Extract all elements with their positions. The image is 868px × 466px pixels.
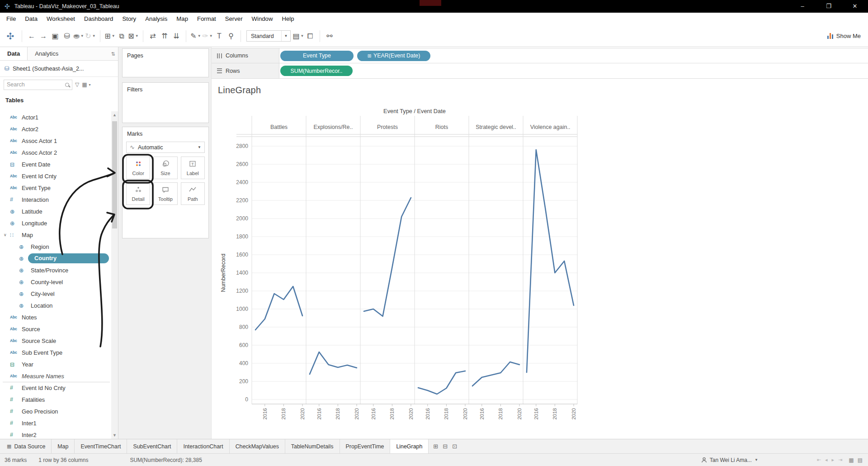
detail-button[interactable]: Detail — [126, 182, 150, 205]
tab-analytics[interactable]: Analytics — [28, 47, 108, 60]
datasource-item[interactable]: ⛁ Sheet1 (Southeast-Asia_2... — [0, 61, 118, 77]
show-me-button[interactable]: Show Me — [827, 33, 861, 39]
menu-map[interactable]: Map — [172, 13, 193, 25]
show-filmstrip-icon[interactable]: ▤ — [858, 457, 863, 463]
tab-tablenumdetails[interactable]: TableNumDetails — [285, 439, 340, 453]
undo-icon[interactable]: ← — [26, 29, 38, 43]
format-icon[interactable]: ✑▼ — [202, 29, 213, 43]
field-inter2[interactable]: #Inter2 — [0, 429, 111, 439]
field-state-province[interactable]: ⊕State/Province — [0, 264, 111, 276]
chevron-down-icon[interactable]: ▼ — [198, 34, 201, 38]
tab-interactionchart[interactable]: InteractionChart — [177, 439, 229, 453]
pill-year-event-date-[interactable]: ⊞YEAR(Event Date) — [357, 51, 430, 61]
new-data-source-icon[interactable]: ⛁ — [61, 29, 73, 43]
share-icon[interactable]: ⚯ — [324, 29, 335, 43]
chevron-down-icon[interactable]: ▼ — [92, 34, 96, 38]
series-line-strategic-devel-[interactable] — [472, 362, 519, 386]
fit-dropdown[interactable]: Standard ▼ — [246, 30, 291, 42]
field-event-id-cnty[interactable]: AbcEvent Id Cnty — [0, 170, 111, 182]
sidebar-scrollbar[interactable]: ▲ ▼ — [111, 111, 118, 439]
run-auto-updates-icon[interactable]: ↻▼ — [85, 29, 96, 43]
new-worksheet-icon[interactable]: ⊞▼ — [104, 29, 116, 43]
chevron-down-icon[interactable]: ▼ — [301, 34, 304, 38]
new-story-tab-icon[interactable]: ⊡ — [452, 443, 457, 450]
duplicate-sheet-icon[interactable]: ⧉ — [116, 29, 127, 43]
tab-linegraph[interactable]: LineGraph — [390, 439, 429, 453]
series-line-protests[interactable] — [364, 198, 411, 316]
tab-propeventtime[interactable]: PropEventTime — [340, 439, 391, 453]
field-source[interactable]: AbcSource — [0, 323, 111, 335]
new-dashboard-tab-icon[interactable]: ⊟ — [443, 443, 448, 450]
first-sheet-icon[interactable]: ⇤ — [817, 457, 821, 463]
sort-descending-icon[interactable]: ⇊ — [170, 29, 182, 43]
field-map[interactable]: ∨∷Map — [0, 229, 111, 241]
path-button[interactable]: Path — [181, 182, 205, 205]
field-source-scale[interactable]: AbcSource Scale — [0, 335, 111, 347]
sort-ascending-icon[interactable]: ⇈ — [159, 29, 170, 43]
field-assoc-actor-2[interactable]: AbcAssoc Actor 2 — [0, 147, 111, 158]
show-tabs-icon[interactable]: ▦ — [849, 457, 854, 463]
menu-file[interactable]: File — [2, 13, 20, 25]
chevron-down-icon[interactable]: ▼ — [209, 34, 213, 38]
scroll-down-icon[interactable]: ▼ — [111, 432, 118, 439]
chevron-down-icon[interactable]: ▼ — [80, 34, 84, 38]
save-icon[interactable]: ▣ — [49, 29, 61, 43]
mark-type-dropdown[interactable]: ∿ Automatic ▼ — [126, 142, 205, 153]
show-cards-icon[interactable]: ▤▼ — [292, 29, 304, 43]
field-sub-event-type[interactable]: AbcSub Event Type — [0, 347, 111, 358]
menu-analysis[interactable]: Analysis — [141, 13, 172, 25]
tab-checkmapvalues[interactable]: CheckMapValues — [230, 439, 285, 453]
chevron-down-icon[interactable]: ▾ — [89, 83, 91, 87]
menu-help[interactable]: Help — [277, 13, 298, 25]
field-latitude[interactable]: ⊕Latitude — [0, 205, 111, 217]
view-options-icon[interactable]: ▦ — [82, 81, 87, 88]
field-inter1[interactable]: #Inter1 — [0, 417, 111, 429]
redo-icon[interactable]: → — [38, 29, 49, 43]
chevron-down-icon[interactable]: ▼ — [135, 34, 139, 38]
close-button[interactable]: ✕ — [842, 0, 868, 13]
expand-icon[interactable]: ⊞ — [368, 53, 371, 58]
search-input-wrap[interactable] — [4, 80, 72, 90]
new-worksheet-tab-icon[interactable]: ⊞ — [433, 443, 438, 450]
tooltip-button[interactable]: Tooltip — [153, 182, 177, 205]
maximize-button[interactable]: ❐ — [816, 0, 842, 13]
field-event-id-no-cnty[interactable]: #Event Id No Cnty — [0, 382, 111, 394]
tab-subeventchart[interactable]: SubEventChart — [127, 439, 177, 453]
menu-worksheet[interactable]: Worksheet — [42, 13, 80, 25]
menu-server[interactable]: Server — [221, 13, 247, 25]
field-geo-precision[interactable]: #Geo Precision — [0, 405, 111, 417]
field-notes[interactable]: AbcNotes — [0, 311, 111, 323]
filter-fields-icon[interactable]: ▽ — [75, 81, 79, 88]
text-label-icon[interactable]: T — [213, 29, 225, 43]
tab-map[interactable]: Map — [52, 439, 75, 453]
field-county-level[interactable]: ⊕County-level — [0, 276, 111, 288]
field-country[interactable]: ⊕Country — [0, 252, 111, 264]
previous-sheet-icon[interactable]: ◂ — [825, 457, 828, 463]
sort-fields-icon[interactable]: ⇅ — [108, 47, 118, 60]
highlight-icon[interactable]: ✎▼ — [190, 29, 202, 43]
menu-format[interactable]: Format — [193, 13, 221, 25]
next-sheet-icon[interactable]: ▸ — [832, 457, 835, 463]
columns-shelf[interactable]: Columns Event Type⊞YEAR(Event Date) — [212, 48, 868, 63]
tableau-logo-icon[interactable]: ✣ — [5, 29, 16, 43]
field-year[interactable]: ⊟Year — [0, 358, 111, 370]
field-measure-names[interactable]: AbcMeasure Names — [0, 370, 111, 382]
pill-event-type[interactable]: Event Type — [280, 51, 354, 61]
scrollbar-thumb[interactable] — [112, 121, 117, 228]
field-assoc-actor-1[interactable]: AbcAssoc Actor 1 — [0, 135, 111, 147]
size-button[interactable]: Size — [153, 157, 177, 179]
menu-data[interactable]: Data — [20, 13, 42, 25]
chevron-down-icon[interactable]: ▼ — [112, 34, 115, 38]
series-line-riots[interactable] — [418, 371, 465, 394]
field-longitude[interactable]: ⊕Longitude — [0, 217, 111, 229]
collapse-icon[interactable]: ∨ — [4, 233, 10, 237]
scroll-up-icon[interactable]: ▲ — [111, 111, 118, 119]
pause-auto-updates-icon[interactable]: ⛂▼ — [73, 29, 85, 43]
filters-shelf[interactable]: Filters — [122, 82, 209, 123]
presentation-mode-icon[interactable]: ⧠ — [304, 29, 316, 43]
field-location[interactable]: ⊕Location — [0, 300, 111, 311]
menu-story[interactable]: Story — [118, 13, 141, 25]
field-region[interactable]: ⊕Region — [0, 241, 111, 252]
series-line-battles[interactable] — [255, 286, 302, 330]
field-fatalities[interactable]: #Fatalities — [0, 394, 111, 405]
